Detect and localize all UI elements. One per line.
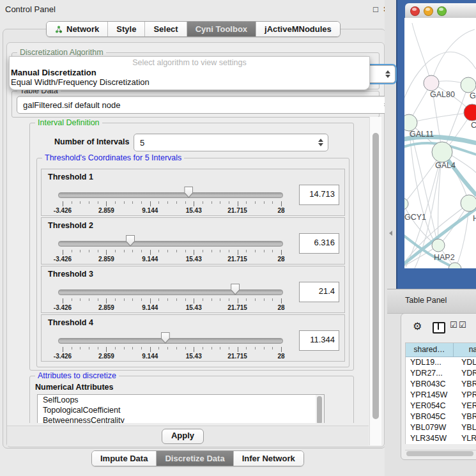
network-node[interactable] <box>461 77 476 93</box>
tab-network[interactable]: Network <box>47 22 107 36</box>
gear-icon[interactable]: ⚙ <box>413 320 422 332</box>
table-row[interactable]: YBR045CYBR0 <box>406 411 476 422</box>
threshold-2-slider[interactable]: -3.4262.8599.14415.4321.71528 <box>58 234 283 264</box>
network-node[interactable] <box>404 198 408 210</box>
tick-label: 9.144 <box>131 256 169 263</box>
numerical-attributes-list[interactable]: SelfLoopsTopologicalCoefficientBetweenne… <box>37 394 317 423</box>
table-cell: YDL19... <box>406 357 458 368</box>
number-of-intervals-combobox[interactable]: 5 <box>134 134 328 151</box>
table-cell: YPR1 <box>458 390 476 401</box>
columns-icon[interactable] <box>433 322 445 334</box>
table-data-value: galFiltered.sif default node <box>23 100 120 110</box>
table-cell: YPR145W <box>406 390 458 401</box>
table-row[interactable]: YDR27...YDR2 <box>406 368 476 379</box>
slider-major-ticks <box>63 347 283 352</box>
tick-label: -3.426 <box>43 353 82 360</box>
apply-button[interactable]: Apply <box>162 429 204 444</box>
slider-track[interactable] <box>58 289 283 295</box>
tab-style[interactable]: Style <box>107 22 144 36</box>
minimize-icon[interactable]: □ <box>373 4 378 14</box>
slider-major-ticks <box>63 250 283 255</box>
tab-cyni-toolbox[interactable]: Cyni Toolbox <box>187 22 256 36</box>
slider-track[interactable] <box>58 338 283 344</box>
tick-label: 2.859 <box>87 353 125 360</box>
network-canvas[interactable]: GAL80GACGAL11GAL4GCY1HHAP2 <box>404 18 476 268</box>
tab-impute-data[interactable]: Impute Data <box>92 451 156 466</box>
tab-label: Network <box>66 24 99 34</box>
dropdown-option[interactable]: Manual Discretization <box>10 68 369 77</box>
combo-arrows-icon <box>318 139 323 146</box>
network-node[interactable] <box>449 263 461 268</box>
tab-label: Style <box>116 24 136 34</box>
tab-label: jActiveMNodules <box>265 24 332 34</box>
network-node[interactable] <box>424 75 439 91</box>
table-data-combobox[interactable]: galFiltered.sif default node <box>17 96 394 114</box>
network-node-label: C <box>471 121 476 130</box>
dropdown-option[interactable]: Equal Width/Frequency Discretization <box>10 77 369 87</box>
table-row[interactable]: YER054CYER0 <box>406 401 476 411</box>
table-horizontal-scrollbar[interactable] <box>405 450 476 457</box>
threshold-value-field[interactable]: 14.713 <box>299 185 339 205</box>
threshold-label: Threshold 3 <box>48 270 93 279</box>
table-row[interactable]: YBL079WYBL0 <box>406 422 476 433</box>
discretization-algorithm-group-title: Discretization Algorithm <box>17 48 106 57</box>
network-node[interactable] <box>404 114 417 131</box>
tick-label: 2.859 <box>87 207 125 214</box>
list-item[interactable]: BetweennessCentrality <box>38 415 316 423</box>
table-row[interactable]: YBR043CYBR0 <box>406 379 476 390</box>
threshold-1-slider[interactable]: -3.4262.8599.14415.4321.71528 <box>58 186 283 215</box>
list-item[interactable]: SelfLoops <box>38 395 316 405</box>
slider-tick-labels: -3.4262.8599.14415.4321.71528 <box>63 256 283 263</box>
table-cell: YBR0 <box>458 379 476 390</box>
tick-label: 28 <box>262 304 300 311</box>
slider-tick-labels: -3.4262.8599.14415.4321.71528 <box>63 304 283 312</box>
threshold-3-panel: Threshold 3 -3.4262.8599.14415.4321.7152… <box>41 266 345 313</box>
interval-definition-title: Interval Definition <box>35 118 102 127</box>
tick-label: 15.43 <box>174 353 213 360</box>
slider-track[interactable] <box>58 192 283 198</box>
threshold-4-slider[interactable]: -3.4262.8599.14415.4321.71528 <box>58 332 283 361</box>
network-window-titlebar[interactable] <box>405 3 476 19</box>
threshold-3-slider[interactable]: -3.4262.8599.14415.4321.71528 <box>58 283 283 312</box>
attributes-list-scrollbar[interactable] <box>316 394 325 423</box>
table-row[interactable]: YDL19...YDL1 <box>406 357 476 368</box>
table-cell: YBR0 <box>458 411 476 422</box>
threshold-value-field[interactable]: 11.344 <box>299 330 339 351</box>
network-icon <box>55 26 63 33</box>
table-row[interactable]: YLR345WYLR3 <box>406 433 476 444</box>
tab-label: Cyni Toolbox <box>196 24 247 34</box>
tab-infer-network[interactable]: Infer Network <box>233 451 303 466</box>
tab-jactivemnodules[interactable]: jActiveMNodules <box>256 22 340 36</box>
network-node[interactable] <box>432 142 452 162</box>
tick-label: 9.144 <box>131 207 169 214</box>
network-node-label: GAL4 <box>435 161 456 170</box>
splitter-grip-icon[interactable] <box>389 231 392 236</box>
close-traffic-light-icon[interactable] <box>410 6 420 16</box>
list-item[interactable]: TopologicalCoefficient <box>38 405 316 415</box>
numerical-attributes-label: Numerical Attributes <box>35 383 113 392</box>
network-node[interactable] <box>461 195 476 211</box>
network-node[interactable] <box>432 239 445 252</box>
table-cell: YDL1 <box>458 357 476 368</box>
checkbox-checked-icon[interactable]: ☑ <box>459 320 466 330</box>
tab-select[interactable]: Select <box>144 22 186 36</box>
tab-discretize-data[interactable]: Discretize Data <box>156 451 233 466</box>
column-header[interactable]: na <box>454 343 476 357</box>
tab-label: Discretize Data <box>165 454 224 463</box>
tab-label: Infer Network <box>242 454 295 463</box>
node-table[interactable]: shared…na YDL19...YDL1YDR27...YDR2YBR043… <box>405 342 476 444</box>
slider-major-ticks <box>63 201 283 206</box>
tick-label: 28 <box>262 207 300 214</box>
checkbox-checked-icon[interactable]: ☑ <box>450 320 457 330</box>
panel-vertical-scrollbar[interactable] <box>369 117 381 445</box>
zoom-traffic-light-icon[interactable] <box>437 6 447 16</box>
table-row[interactable]: YPR145WYPR1 <box>406 390 476 401</box>
threshold-value-field[interactable]: 6.316 <box>299 233 339 254</box>
number-of-intervals-value: 5 <box>140 138 144 148</box>
tick-label: 9.144 <box>131 353 169 360</box>
column-header[interactable]: shared… <box>406 343 454 357</box>
threshold-value-field[interactable]: 21.4 <box>299 282 339 302</box>
minimize-traffic-light-icon[interactable] <box>424 6 433 16</box>
slider-track[interactable] <box>58 241 283 247</box>
table-cell: YBL079W <box>406 422 458 433</box>
